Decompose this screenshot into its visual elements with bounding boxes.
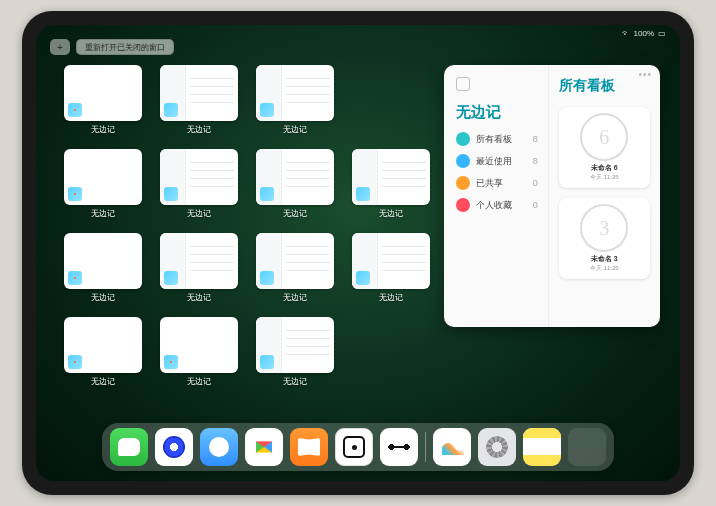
window-thumbnail[interactable] (256, 233, 334, 289)
sidebar-toggle-icon[interactable] (456, 77, 470, 91)
window-tile[interactable]: 无边记 (256, 233, 334, 303)
status-bar: ᯤ 100% ▭ (622, 29, 666, 38)
window-thumbnail[interactable] (256, 65, 334, 121)
window-label: 无边记 (283, 208, 307, 219)
window-thumbnail[interactable] (64, 317, 142, 373)
window-tile[interactable]: 无边记 (64, 233, 142, 303)
window-thumbnail[interactable] (352, 233, 430, 289)
category-count: 0 (533, 178, 538, 188)
window-label: 无边记 (91, 376, 115, 387)
panel-sidebar: 无边记 所有看板 8 最近使用 8 已共享 0 个人收藏 0 (444, 65, 548, 327)
top-bar: + 重新打开已关闭的窗口 (50, 39, 174, 55)
dock-app-notes[interactable] (523, 428, 561, 466)
more-icon[interactable]: ••• (638, 69, 652, 80)
panel-left-title: 无边记 (456, 103, 538, 122)
panel-right-title: 所有看板 (559, 77, 650, 95)
category-icon (456, 176, 470, 190)
battery-icon: ▭ (658, 29, 666, 38)
window-thumbnail[interactable] (256, 317, 334, 373)
panel-main: 所有看板 未命名 6 今天 11:25 未命名 3 今天 11:25 (548, 65, 660, 327)
window-thumbnail[interactable] (64, 233, 142, 289)
category-icon (456, 132, 470, 146)
window-tile[interactable]: 无边记 (64, 65, 142, 135)
category-label: 所有看板 (476, 133, 512, 146)
sidebar-item[interactable]: 所有看板 8 (456, 132, 538, 146)
dock-app-settings[interactable] (478, 428, 516, 466)
dock-app-apps[interactable] (568, 428, 606, 466)
window-tile[interactable]: 无边记 (160, 149, 238, 219)
window-tile[interactable]: 无边记 (352, 149, 430, 219)
dock-app-freeform[interactable] (433, 428, 471, 466)
board-time: 今天 11:25 (565, 264, 644, 273)
board-card[interactable]: 未命名 6 今天 11:25 (559, 107, 650, 188)
window-tile[interactable]: 无边记 (64, 317, 142, 387)
dock-app-wechat[interactable] (110, 428, 148, 466)
category-icon (456, 154, 470, 168)
window-tile[interactable]: 无边记 (256, 65, 334, 135)
board-preview (580, 204, 628, 252)
window-tile[interactable]: 无边记 (352, 233, 430, 303)
window-grid: 无边记无边记无边记无边记无边记无边记无边记无边记无边记无边记无边记无边记无边记无… (64, 65, 430, 419)
window-thumbnail[interactable] (160, 317, 238, 373)
window-thumbnail[interactable] (160, 233, 238, 289)
window-label: 无边记 (187, 208, 211, 219)
freeform-panel[interactable]: ••• 无边记 所有看板 8 最近使用 8 已共享 0 个人收藏 0 所有看板 … (444, 65, 660, 327)
window-label: 无边记 (187, 124, 211, 135)
wifi-icon: ᯤ (622, 29, 630, 38)
battery-label: 100% (634, 29, 654, 38)
ipad-frame: ᯤ 100% ▭ + 重新打开已关闭的窗口 无边记无边记无边记无边记无边记无边记… (22, 11, 694, 495)
category-label: 最近使用 (476, 155, 512, 168)
category-count: 8 (533, 156, 538, 166)
category-label: 已共享 (476, 177, 503, 190)
board-card[interactable]: 未命名 3 今天 11:25 (559, 198, 650, 279)
sidebar-item[interactable]: 最近使用 8 (456, 154, 538, 168)
dock-app-browser2[interactable] (200, 428, 238, 466)
dock-app-books[interactable] (290, 428, 328, 466)
window-label: 无边记 (379, 208, 403, 219)
window-tile[interactable]: 无边记 (160, 317, 238, 387)
board-name: 未命名 3 (565, 254, 644, 264)
window-thumbnail[interactable] (352, 149, 430, 205)
window-tile[interactable]: 无边记 (256, 149, 334, 219)
board-preview (580, 113, 628, 161)
new-tab-button[interactable]: + (50, 39, 70, 55)
reopen-closed-window-button[interactable]: 重新打开已关闭的窗口 (76, 39, 174, 55)
window-label: 无边记 (379, 292, 403, 303)
board-time: 今天 11:25 (565, 173, 644, 182)
dock-app-dice[interactable] (335, 428, 373, 466)
window-label: 无边记 (283, 124, 307, 135)
sidebar-item[interactable]: 已共享 0 (456, 176, 538, 190)
content-area: 无边记无边记无边记无边记无边记无边记无边记无边记无边记无边记无边记无边记无边记无… (64, 65, 660, 419)
board-name: 未命名 6 (565, 163, 644, 173)
window-thumbnail[interactable] (160, 149, 238, 205)
window-label: 无边记 (283, 292, 307, 303)
window-label: 无边记 (283, 376, 307, 387)
window-label: 无边记 (187, 292, 211, 303)
dock-app-browser1[interactable] (155, 428, 193, 466)
window-tile[interactable]: 无边记 (256, 317, 334, 387)
category-count: 8 (533, 134, 538, 144)
dock-app-connect[interactable] (380, 428, 418, 466)
window-label: 无边记 (91, 124, 115, 135)
category-icon (456, 198, 470, 212)
dock-app-play[interactable] (245, 428, 283, 466)
category-count: 0 (533, 200, 538, 210)
sidebar-item[interactable]: 个人收藏 0 (456, 198, 538, 212)
window-tile[interactable]: 无边记 (160, 233, 238, 303)
window-thumbnail[interactable] (256, 149, 334, 205)
dock-separator (425, 432, 426, 462)
window-label: 无边记 (187, 376, 211, 387)
window-thumbnail[interactable] (160, 65, 238, 121)
window-tile[interactable]: 无边记 (160, 65, 238, 135)
window-tile[interactable]: 无边记 (64, 149, 142, 219)
window-label: 无边记 (91, 208, 115, 219)
window-thumbnail[interactable] (64, 149, 142, 205)
window-thumbnail[interactable] (64, 65, 142, 121)
category-label: 个人收藏 (476, 199, 512, 212)
screen: ᯤ 100% ▭ + 重新打开已关闭的窗口 无边记无边记无边记无边记无边记无边记… (36, 25, 680, 481)
dock (102, 423, 614, 471)
window-label: 无边记 (91, 292, 115, 303)
